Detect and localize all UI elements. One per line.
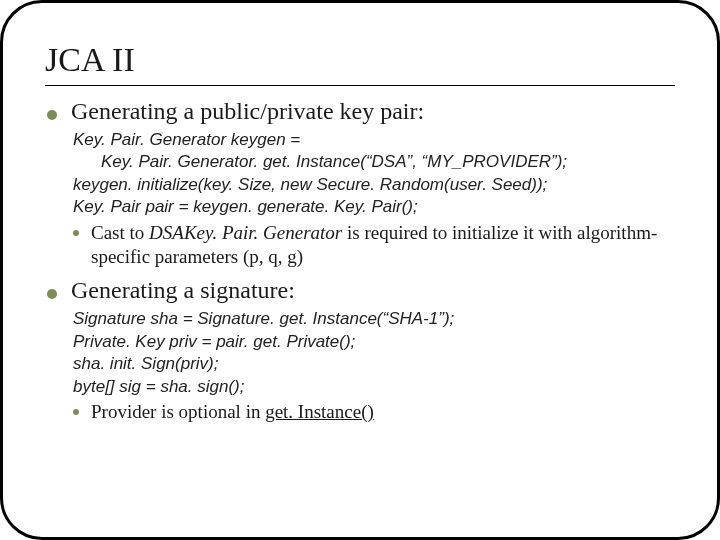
section-signature: Generating a signature: Signature sha = … — [45, 277, 675, 424]
section-heading: Generating a public/private key pair: — [71, 98, 675, 125]
bullet-icon — [47, 289, 57, 299]
sub-bullet-text: Provider is optional in get. Instance() — [91, 400, 374, 424]
sub-bullet-text: Cast to DSAKey. Pair. Generator is requi… — [91, 221, 675, 270]
text: Cast to — [91, 222, 149, 243]
code-block: Signature sha = Signature. get. Instance… — [71, 308, 675, 398]
code-line: Signature sha = Signature. get. Instance… — [73, 308, 675, 330]
section-body: Generating a signature: Signature sha = … — [71, 277, 675, 424]
code-line: Key. Pair. Generator. get. Instance(“DSA… — [73, 151, 675, 173]
section-body: Generating a public/private key pair: Ke… — [71, 98, 675, 269]
slide-title: JCA II — [45, 41, 675, 79]
sub-bullet: Provider is optional in get. Instance() — [71, 400, 675, 424]
code-line: Key. Pair. Generator keygen = — [73, 129, 675, 151]
code-line: Key. Pair pair = keygen. generate. Key. … — [73, 196, 675, 218]
code-line: Private. Key priv = pair. get. Private()… — [73, 331, 675, 353]
italic-text: DSAKey. Pair. Generator — [149, 222, 342, 243]
bullet-icon — [73, 230, 79, 236]
underline-text: get. Instance() — [265, 401, 374, 422]
title-divider — [45, 85, 675, 86]
slide: JCA II Generating a public/private key p… — [0, 0, 720, 540]
section-keypair: Generating a public/private key pair: Ke… — [45, 98, 675, 269]
bullet-icon — [73, 409, 79, 415]
sub-bullet: Cast to DSAKey. Pair. Generator is requi… — [71, 221, 675, 270]
code-line: byte[] sig = sha. sign(); — [73, 376, 675, 398]
code-line: sha. init. Sign(priv); — [73, 353, 675, 375]
section-heading: Generating a signature: — [71, 277, 675, 304]
code-block: Key. Pair. Generator keygen = Key. Pair.… — [71, 129, 675, 219]
bullet-icon — [47, 110, 57, 120]
code-line: keygen. initialize(key. Size, new Secure… — [73, 174, 675, 196]
text: Provider is optional in — [91, 401, 265, 422]
